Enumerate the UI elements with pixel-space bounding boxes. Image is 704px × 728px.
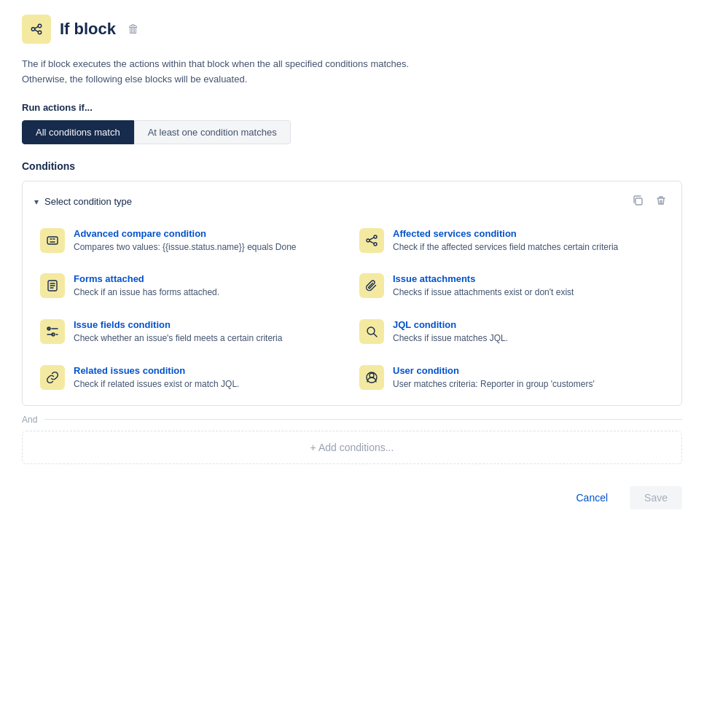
condition-item-issue-attachments[interactable]: Issue attachments Checks if issue attach…	[359, 273, 664, 299]
affected-services-icon	[359, 228, 384, 253]
affected-services-text: Affected services condition Check if the…	[393, 228, 618, 254]
svg-line-4	[35, 30, 39, 32]
condition-header: ▾ Select condition type	[34, 193, 670, 211]
advanced-compare-text: Advanced compare condition Compares two …	[74, 228, 297, 254]
condition-item-issue-fields[interactable]: Issue fields condition Check whether an …	[40, 319, 345, 345]
condition-item-related-issues[interactable]: Related issues condition Check if relate…	[40, 365, 345, 391]
svg-point-8	[374, 235, 377, 238]
footer-actions: Cancel Save	[22, 486, 682, 509]
related-issues-icon	[40, 365, 65, 390]
forms-attached-text: Forms attached Check if an issue has for…	[74, 273, 219, 299]
all-conditions-btn[interactable]: All conditions match	[22, 120, 134, 144]
if-block-icon	[22, 15, 51, 44]
advanced-compare-icon	[40, 228, 65, 253]
related-issues-text: Related issues condition Check if relate…	[74, 365, 239, 391]
condition-item-jql[interactable]: JQL condition Checks if issue matches JQ…	[359, 319, 664, 345]
copy-condition-btn[interactable]	[629, 193, 646, 211]
condition-actions	[629, 193, 670, 211]
cancel-button[interactable]: Cancel	[561, 486, 622, 509]
svg-rect-6	[47, 237, 58, 244]
svg-point-16	[367, 327, 375, 334]
and-divider: And	[22, 415, 682, 425]
svg-point-9	[374, 243, 377, 246]
svg-point-7	[367, 239, 369, 242]
svg-point-0	[31, 28, 35, 31]
svg-line-3	[35, 26, 39, 28]
select-condition-type[interactable]: ▾ Select condition type	[34, 196, 132, 207]
svg-line-11	[369, 240, 374, 243]
svg-point-2	[38, 31, 42, 34]
user-condition-text: User condition User matches criteria: Re…	[393, 365, 595, 391]
jql-condition-text: JQL condition Checks if issue matches JQ…	[393, 319, 508, 345]
page-header: If block 🗑	[22, 15, 682, 44]
run-actions-label: Run actions if...	[22, 102, 682, 113]
svg-line-10	[369, 238, 374, 240]
conditions-grid: Advanced compare condition Compares two …	[34, 225, 670, 394]
issue-attachments-text: Issue attachments Checks if issue attach…	[393, 273, 574, 299]
svg-line-17	[374, 334, 377, 337]
conditions-card: ▾ Select condition type	[22, 181, 682, 406]
description: The if block executes the actions within…	[22, 57, 532, 87]
condition-item-user-condition[interactable]: User condition User matches criteria: Re…	[359, 365, 664, 391]
condition-toggle-group: All conditions match At least one condit…	[22, 120, 682, 144]
condition-item-advanced-compare[interactable]: Advanced compare condition Compares two …	[40, 228, 345, 254]
conditions-label: Conditions	[22, 160, 682, 172]
at-least-one-btn[interactable]: At least one condition matches	[134, 120, 291, 144]
header-delete-icon[interactable]: 🗑	[128, 23, 139, 36]
condition-item-forms-attached[interactable]: Forms attached Check if an issue has for…	[40, 273, 345, 299]
svg-point-1	[38, 24, 42, 28]
svg-point-18	[369, 373, 374, 377]
save-button[interactable]: Save	[630, 486, 682, 509]
issue-attachments-icon	[359, 273, 384, 298]
chevron-down-icon: ▾	[34, 197, 39, 207]
svg-rect-5	[635, 198, 642, 205]
issue-fields-text: Issue fields condition Check whether an …	[74, 319, 282, 345]
page-title: If block	[60, 20, 116, 39]
condition-item-affected-services[interactable]: Affected services condition Check if the…	[359, 228, 664, 254]
jql-condition-icon	[359, 319, 384, 344]
add-conditions-button[interactable]: + Add conditions...	[22, 431, 682, 464]
user-condition-icon	[359, 365, 384, 390]
forms-attached-icon	[40, 273, 65, 298]
delete-condition-btn[interactable]	[652, 193, 670, 211]
issue-fields-icon	[40, 319, 65, 344]
